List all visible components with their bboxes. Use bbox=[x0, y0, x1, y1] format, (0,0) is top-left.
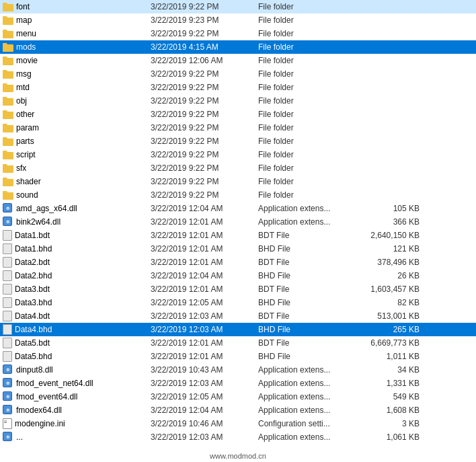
table-row[interactable]: ⚙ dinput8.dll 3/22/2019 10:43 AM Applica… bbox=[0, 363, 476, 377]
file-date: 3/22/2019 9:22 PM bbox=[151, 123, 258, 132]
table-row[interactable]: obj 3/22/2019 9:22 PM File folder bbox=[0, 94, 476, 108]
table-row[interactable]: map 3/22/2019 9:23 PM File folder bbox=[0, 13, 476, 27]
file-name-text: other bbox=[16, 110, 34, 119]
folder-icon bbox=[3, 151, 13, 159]
table-row[interactable]: sfx 3/22/2019 9:22 PM File folder bbox=[0, 161, 476, 175]
bdt-icon bbox=[3, 338, 12, 348]
dll-icon: ⚙ bbox=[3, 391, 13, 402]
file-size: 549 KB bbox=[366, 392, 433, 401]
file-date: 3/22/2019 9:22 PM bbox=[151, 137, 258, 146]
file-name-text: Data4.bhd bbox=[15, 325, 52, 334]
file-name: ⚙ bink2w64.dll bbox=[3, 217, 151, 227]
table-row[interactable]: sound 3/22/2019 9:22 PM File folder bbox=[0, 188, 476, 202]
table-row[interactable]: parts 3/22/2019 9:22 PM File folder bbox=[0, 134, 476, 148]
file-name: obj bbox=[3, 96, 151, 106]
file-name: param bbox=[3, 123, 151, 132]
file-name-text: sfx bbox=[16, 163, 26, 173]
file-date: 3/22/2019 9:22 PM bbox=[151, 110, 258, 119]
table-row[interactable]: font 3/22/2019 9:22 PM File folder bbox=[0, 0, 476, 13]
table-row[interactable]: Data1.bdt 3/22/2019 12:01 AM BDT File 2,… bbox=[0, 229, 476, 242]
file-name: ⚙ dinput8.dll bbox=[3, 364, 151, 375]
table-row[interactable]: ⚙ fmod_event_net64.dll 3/22/2019 12:03 A… bbox=[0, 377, 476, 390]
file-type: File folder bbox=[258, 69, 366, 79]
dll-icon: ⚙ bbox=[3, 203, 13, 214]
folder-icon bbox=[3, 178, 13, 186]
file-type: File folder bbox=[258, 96, 366, 106]
file-type: File folder bbox=[258, 123, 366, 132]
table-row[interactable]: Data2.bdt 3/22/2019 12:01 AM BDT File 37… bbox=[0, 256, 476, 269]
table-row[interactable]: ⚙ fmodex64.dll 3/22/2019 12:04 AM Applic… bbox=[0, 403, 476, 417]
file-type: BDT File bbox=[258, 231, 366, 240]
table-row[interactable]: ⚙ amd_ags_x64.dll 3/22/2019 12:04 AM App… bbox=[0, 202, 476, 215]
file-name-text: param bbox=[16, 123, 39, 132]
table-row[interactable]: Data4.bhd 3/22/2019 12:03 AM BHD File 26… bbox=[0, 323, 476, 336]
bdt-icon bbox=[3, 284, 12, 295]
file-date: 3/22/2019 12:05 AM bbox=[151, 298, 258, 307]
table-row[interactable]: Data1.bhd 3/22/2019 12:01 AM BHD File 12… bbox=[0, 242, 476, 256]
file-name-text: obj bbox=[16, 96, 27, 106]
file-date: 3/22/2019 12:03 AM bbox=[151, 379, 258, 388]
table-row[interactable]: movie 3/22/2019 12:06 AM File folder bbox=[0, 54, 476, 67]
file-size: 378,496 KB bbox=[366, 258, 433, 267]
file-name: ⚙ amd_ags_x64.dll bbox=[3, 203, 151, 214]
table-row[interactable]: other 3/22/2019 9:22 PM File folder bbox=[0, 108, 476, 121]
table-row[interactable]: ⚙ bink2w64.dll 3/22/2019 12:01 AM Applic… bbox=[0, 215, 476, 229]
folder-icon bbox=[3, 164, 13, 173]
file-type: File folder bbox=[258, 190, 366, 200]
file-name: Data2.bhd bbox=[3, 270, 151, 281]
file-type: BHD File bbox=[258, 271, 366, 280]
table-row[interactable]: ⚙ ... 3/22/2019 12:03 AM Application ext… bbox=[0, 430, 476, 444]
file-name-text: fmodex64.dll bbox=[16, 406, 62, 415]
file-type: BDT File bbox=[258, 338, 366, 348]
file-type: BHD File bbox=[258, 325, 366, 334]
table-row[interactable]: mods 3/22/2019 4:15 AM File folder bbox=[0, 40, 476, 54]
file-name-text: Data5.bhd bbox=[15, 352, 52, 361]
bdt-icon bbox=[3, 230, 12, 241]
file-date: 3/22/2019 9:22 PM bbox=[151, 190, 258, 200]
table-row[interactable]: Data5.bhd 3/22/2019 12:01 AM BHD File 1,… bbox=[0, 350, 476, 363]
table-row[interactable]: param 3/22/2019 9:22 PM File folder bbox=[0, 121, 476, 134]
file-name-text: font bbox=[16, 2, 30, 11]
file-date: 3/22/2019 12:04 AM bbox=[151, 406, 258, 415]
file-date: 3/22/2019 9:22 PM bbox=[151, 2, 258, 11]
watermark: www.modmod.cn bbox=[0, 451, 476, 461]
file-name-text: Data3.bdt bbox=[15, 284, 50, 294]
file-name-text: sound bbox=[16, 190, 38, 200]
file-name-text: ... bbox=[16, 432, 23, 442]
folder-icon bbox=[3, 124, 13, 132]
file-name-text: script bbox=[16, 150, 36, 159]
file-size: 1,603,457 KB bbox=[366, 284, 433, 294]
file-type: Application extens... bbox=[258, 406, 366, 415]
table-row[interactable]: Data3.bhd 3/22/2019 12:05 AM BHD File 82… bbox=[0, 296, 476, 309]
file-size: 1,331 KB bbox=[366, 379, 433, 388]
dll-icon: ⚙ bbox=[3, 217, 13, 227]
file-list[interactable]: font 3/22/2019 9:22 PM File folder map 3… bbox=[0, 0, 476, 462]
file-name-text: Data1.bhd bbox=[15, 244, 52, 254]
file-date: 3/22/2019 12:05 AM bbox=[151, 392, 258, 401]
table-row[interactable]: mtd 3/22/2019 9:22 PM File folder bbox=[0, 81, 476, 94]
file-name: parts bbox=[3, 137, 151, 146]
file-name: font bbox=[3, 2, 151, 11]
folder-icon bbox=[3, 30, 13, 38]
table-row[interactable]: Data2.bhd 3/22/2019 12:04 AM BHD File 26… bbox=[0, 269, 476, 282]
table-row[interactable]: script 3/22/2019 9:22 PM File folder bbox=[0, 148, 476, 161]
file-name: Data1.bhd bbox=[3, 243, 151, 254]
file-type: File folder bbox=[258, 29, 366, 38]
file-name-text: fmod_event64.dll bbox=[16, 392, 77, 401]
table-row[interactable]: modengine.ini 3/22/2019 10:46 AM Configu… bbox=[0, 417, 476, 430]
table-row[interactable]: Data5.bdt 3/22/2019 12:01 AM BDT File 6,… bbox=[0, 336, 476, 350]
file-date: 3/22/2019 9:22 PM bbox=[151, 177, 258, 186]
table-row[interactable]: msg 3/22/2019 9:22 PM File folder bbox=[0, 67, 476, 81]
file-date: 3/22/2019 9:23 PM bbox=[151, 15, 258, 25]
table-row[interactable]: ⚙ fmod_event64.dll 3/22/2019 12:05 AM Ap… bbox=[0, 390, 476, 403]
file-type: BHD File bbox=[258, 352, 366, 361]
table-row[interactable]: shader 3/22/2019 9:22 PM File folder bbox=[0, 175, 476, 188]
file-name: mods bbox=[3, 42, 151, 52]
table-row[interactable]: menu 3/22/2019 9:22 PM File folder bbox=[0, 27, 476, 40]
file-date: 3/22/2019 12:06 AM bbox=[151, 56, 258, 65]
dll-icon: ⚙ bbox=[3, 378, 13, 389]
file-date: 3/22/2019 9:22 PM bbox=[151, 150, 258, 159]
file-name: Data1.bdt bbox=[3, 230, 151, 241]
table-row[interactable]: Data3.bdt 3/22/2019 12:01 AM BDT File 1,… bbox=[0, 282, 476, 296]
table-row[interactable]: Data4.bdt 3/22/2019 12:03 AM BDT File 51… bbox=[0, 309, 476, 323]
